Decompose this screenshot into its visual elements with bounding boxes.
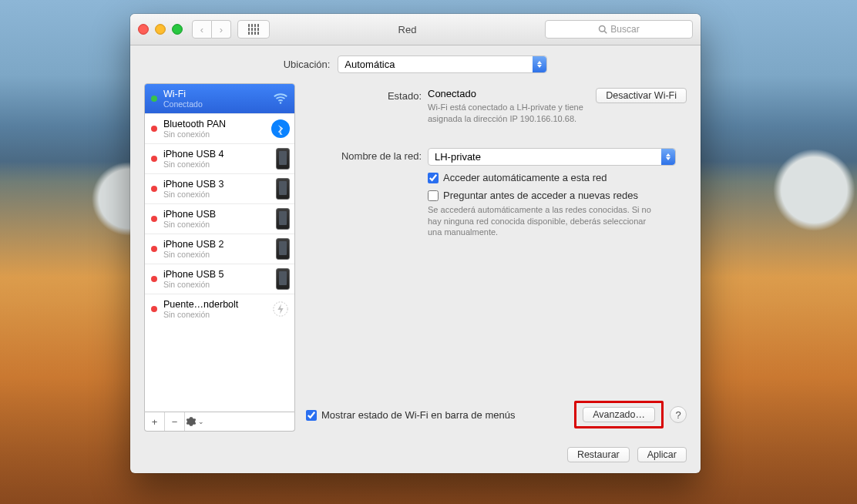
forward-button[interactable]: › (212, 20, 231, 39)
estado-value: Conectado (428, 88, 588, 99)
estado-hint: Wi-Fi está conectado a LH-private y tien… (428, 102, 588, 125)
phone-icon (276, 238, 290, 260)
ask-join-hint: Se accederá automáticamente a las redes … (428, 204, 659, 239)
sidebar-item-iphone-usb-2[interactable]: iPhone USB 2Sin conexión (145, 234, 294, 264)
location-select[interactable]: Automática (338, 55, 547, 73)
turn-off-wifi-button[interactable]: Desactivar Wi-Fi (596, 88, 687, 103)
sidebar-item-iphone-usb-5[interactable]: iPhone USB 5Sin conexión (145, 264, 294, 294)
window-footer: Restaurar Aplicar (130, 439, 701, 473)
interface-name: iPhone USB 3 (163, 179, 271, 190)
remove-interface-button[interactable]: − (165, 412, 185, 431)
ask-join-label: Preguntar antes de acceder a nuevas rede… (443, 190, 638, 201)
ask-join-checkbox[interactable]: Preguntar antes de acceder a nuevas rede… (428, 190, 687, 201)
chevron-down-icon: ⌄ (198, 418, 204, 425)
interface-status: Sin conexión (163, 250, 271, 259)
svg-point-2 (280, 102, 282, 104)
nav-buttons: ‹ › (192, 20, 231, 39)
window-controls (138, 24, 183, 35)
select-stepper-icon (533, 56, 546, 72)
search-placeholder: Buscar (610, 24, 639, 35)
apply-button[interactable]: Aplicar (637, 447, 687, 462)
interface-status: Conectado (163, 99, 267, 109)
interface-name: iPhone USB (163, 209, 271, 220)
status-dot (151, 126, 157, 132)
gear-icon (186, 416, 197, 427)
panel-footer: Mostrar estado de Wi-Fi en barra de menú… (306, 401, 687, 432)
interface-name: iPhone USB 5 (163, 269, 271, 280)
zoom-button[interactable] (172, 24, 183, 35)
ask-join-input[interactable] (428, 190, 439, 201)
status-dot (151, 96, 157, 102)
location-label: Ubicación: (284, 59, 331, 70)
search-icon (598, 25, 607, 34)
phone-icon (276, 148, 290, 170)
network-name-value: LH-private (435, 151, 481, 163)
auto-join-input[interactable] (428, 173, 439, 183)
add-interface-button[interactable]: + (145, 412, 165, 431)
sidebar-item-puente-nderbolt[interactable]: Puente…nderboltSin conexión (145, 294, 294, 324)
sidebar-item-iphone-usb[interactable]: iPhone USBSin conexión (145, 204, 294, 234)
phone-icon (276, 208, 290, 230)
phone-icon (276, 178, 290, 200)
close-button[interactable] (138, 24, 149, 35)
interface-status: Sin conexión (163, 280, 271, 289)
show-in-menubar-input[interactable] (306, 410, 317, 421)
interface-name: iPhone USB 2 (163, 239, 271, 250)
show-in-menubar-checkbox[interactable]: Mostrar estado de Wi-Fi en barra de menú… (306, 409, 568, 421)
minimize-button[interactable] (155, 24, 166, 35)
interface-actions-button[interactable]: ⌄ (185, 412, 205, 431)
sidebar-item-iphone-usb-4[interactable]: iPhone USB 4Sin conexión (145, 144, 294, 174)
interface-status: Sin conexión (163, 220, 271, 229)
bt-icon (271, 119, 290, 138)
status-dot (151, 216, 157, 222)
advanced-highlight: Avanzado… (574, 401, 664, 428)
interface-status: Sin conexión (163, 129, 267, 139)
interface-status: Sin conexión (163, 190, 271, 199)
auto-join-label: Acceder automáticamente a esta red (443, 172, 607, 183)
svg-point-0 (600, 26, 606, 32)
window-titlebar: ‹ › Red Buscar (130, 14, 701, 45)
wifi-icon (271, 89, 290, 108)
phone-icon (276, 268, 290, 290)
location-value: Automática (344, 59, 395, 70)
search-field[interactable]: Buscar (545, 20, 693, 39)
show-in-menubar-label: Mostrar estado de Wi-Fi en barra de menú… (321, 409, 515, 421)
content-area: Wi-FiConectadoBluetooth PANSin conexióni… (130, 83, 701, 439)
advanced-button[interactable]: Avanzado… (583, 407, 655, 422)
location-row: Ubicación: Automática (130, 45, 701, 83)
help-button[interactable]: ? (670, 406, 687, 423)
thunder-icon (271, 300, 290, 318)
sidebar-item-iphone-usb-3[interactable]: iPhone USB 3Sin conexión (145, 174, 294, 204)
preferences-window: ‹ › Red Buscar Ubicación: Automática Wi-… (130, 14, 701, 473)
status-dot (151, 306, 157, 312)
auto-join-checkbox[interactable]: Acceder automáticamente a esta red (428, 172, 687, 183)
interface-name: Wi-Fi (163, 89, 267, 99)
interface-name: iPhone USB 4 (163, 149, 271, 160)
interface-name: Puente…nderbolt (163, 299, 267, 310)
interface-status: Sin conexión (163, 310, 267, 319)
interfaces-sidebar: Wi-FiConectadoBluetooth PANSin conexióni… (144, 83, 295, 432)
network-name-select[interactable]: LH-private (428, 148, 676, 166)
status-dot (151, 156, 157, 162)
window-title: Red (270, 24, 545, 35)
interfaces-list[interactable]: Wi-FiConectadoBluetooth PANSin conexióni… (144, 83, 295, 412)
status-dot (151, 246, 157, 252)
status-dot (151, 186, 157, 192)
back-button[interactable]: ‹ (192, 20, 212, 39)
grid-icon (248, 24, 259, 35)
interface-status: Sin conexión (163, 160, 271, 169)
estado-label: Estado: (306, 88, 428, 102)
interface-name: Bluetooth PAN (163, 119, 267, 129)
details-panel: Estado: Conectado Wi-Fi está conectado a… (306, 83, 687, 432)
sidebar-toolbar: + − ⌄ (144, 412, 295, 432)
network-name-label: Nombre de la red: (306, 148, 428, 162)
status-dot (151, 276, 157, 282)
restore-button[interactable]: Restaurar (567, 447, 630, 462)
sidebar-item-wi-fi[interactable]: Wi-FiConectado (145, 84, 294, 114)
sidebar-item-bluetooth-pan[interactable]: Bluetooth PANSin conexión (145, 114, 294, 144)
show-all-button[interactable] (237, 20, 270, 39)
select-stepper-icon (661, 149, 675, 165)
svg-line-1 (605, 31, 607, 33)
